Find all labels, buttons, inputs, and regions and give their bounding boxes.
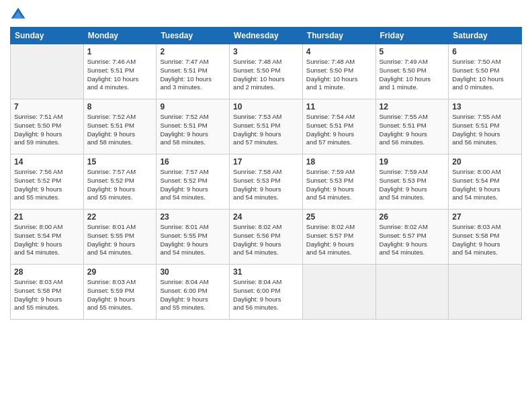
day-info: Sunrise: 8:02 AM Sunset: 5:56 PM Dayligh… (233, 223, 299, 257)
day-number: 11 (306, 102, 372, 111)
day-info: Sunrise: 7:56 AM Sunset: 5:52 PM Dayligh… (14, 168, 80, 202)
day-number: 21 (14, 212, 80, 222)
day-number: 23 (160, 212, 226, 222)
day-info: Sunrise: 8:01 AM Sunset: 5:55 PM Dayligh… (87, 223, 153, 257)
day-cell: 1Sunrise: 7:46 AM Sunset: 5:51 PM Daylig… (83, 44, 157, 99)
day-cell: 25Sunrise: 8:02 AM Sunset: 5:57 PM Dayli… (302, 210, 375, 265)
day-info: Sunrise: 8:03 AM Sunset: 5:58 PM Dayligh… (452, 223, 518, 257)
day-number: 8 (87, 102, 153, 111)
day-cell: 19Sunrise: 7:59 AM Sunset: 5:53 PM Dayli… (375, 154, 449, 210)
day-cell: 23Sunrise: 8:01 AM Sunset: 5:55 PM Dayli… (157, 210, 230, 265)
week-row-2: 14Sunrise: 7:56 AM Sunset: 5:52 PM Dayli… (11, 154, 522, 210)
header-friday: Friday (375, 28, 449, 44)
day-cell: 9Sunrise: 7:52 AM Sunset: 5:51 PM Daylig… (157, 99, 230, 154)
day-info: Sunrise: 7:58 AM Sunset: 5:53 PM Dayligh… (233, 168, 299, 202)
day-cell: 29Sunrise: 8:03 AM Sunset: 5:59 PM Dayli… (83, 265, 157, 320)
day-number: 18 (306, 157, 372, 167)
day-info: Sunrise: 7:48 AM Sunset: 5:50 PM Dayligh… (306, 58, 372, 92)
day-cell: 26Sunrise: 8:02 AM Sunset: 5:57 PM Dayli… (375, 210, 449, 265)
day-cell: 12Sunrise: 7:55 AM Sunset: 5:51 PM Dayli… (375, 99, 449, 154)
day-number: 30 (160, 267, 226, 277)
day-number: 20 (452, 157, 518, 167)
day-info: Sunrise: 7:55 AM Sunset: 5:51 PM Dayligh… (452, 113, 518, 147)
day-number: 7 (14, 102, 80, 111)
calendar-body: 1Sunrise: 7:46 AM Sunset: 5:51 PM Daylig… (11, 44, 522, 320)
day-number: 25 (306, 212, 372, 222)
day-number: 5 (380, 47, 445, 56)
day-info: Sunrise: 8:00 AM Sunset: 5:54 PM Dayligh… (452, 168, 518, 202)
day-cell (11, 44, 84, 99)
day-cell: 28Sunrise: 8:03 AM Sunset: 5:58 PM Dayli… (11, 265, 84, 320)
day-cell: 27Sunrise: 8:03 AM Sunset: 5:58 PM Dayli… (449, 210, 522, 265)
logo (10, 7, 29, 23)
day-info: Sunrise: 7:54 AM Sunset: 5:51 PM Dayligh… (306, 113, 372, 147)
day-info: Sunrise: 7:51 AM Sunset: 5:50 PM Dayligh… (14, 113, 80, 147)
day-info: Sunrise: 8:04 AM Sunset: 6:00 PM Dayligh… (233, 278, 299, 312)
day-info: Sunrise: 7:55 AM Sunset: 5:51 PM Dayligh… (380, 113, 445, 147)
day-number: 17 (233, 157, 299, 167)
day-cell: 13Sunrise: 7:55 AM Sunset: 5:51 PM Dayli… (449, 99, 522, 154)
day-number: 31 (233, 267, 299, 277)
day-number: 12 (380, 102, 445, 111)
day-cell: 17Sunrise: 7:58 AM Sunset: 5:53 PM Dayli… (230, 154, 303, 210)
day-info: Sunrise: 7:46 AM Sunset: 5:51 PM Dayligh… (87, 58, 153, 92)
day-cell: 7Sunrise: 7:51 AM Sunset: 5:50 PM Daylig… (11, 99, 84, 154)
day-info: Sunrise: 7:48 AM Sunset: 5:50 PM Dayligh… (233, 58, 299, 92)
day-cell: 11Sunrise: 7:54 AM Sunset: 5:51 PM Dayli… (302, 99, 375, 154)
calendar-table: SundayMondayTuesdayWednesdayThursdayFrid… (10, 27, 522, 320)
day-info: Sunrise: 8:02 AM Sunset: 5:57 PM Dayligh… (380, 223, 445, 257)
calendar-header: SundayMondayTuesdayWednesdayThursdayFrid… (11, 28, 522, 44)
header-tuesday: Tuesday (157, 28, 230, 44)
day-number: 10 (233, 102, 299, 111)
day-number: 1 (87, 47, 153, 56)
day-cell: 3Sunrise: 7:48 AM Sunset: 5:50 PM Daylig… (230, 44, 303, 99)
day-cell: 4Sunrise: 7:48 AM Sunset: 5:50 PM Daylig… (302, 44, 375, 99)
day-number: 9 (160, 102, 226, 111)
day-cell: 24Sunrise: 8:02 AM Sunset: 5:56 PM Dayli… (230, 210, 303, 265)
day-info: Sunrise: 7:49 AM Sunset: 5:50 PM Dayligh… (380, 58, 445, 92)
day-number: 29 (87, 267, 153, 277)
day-cell: 16Sunrise: 7:57 AM Sunset: 5:52 PM Dayli… (157, 154, 230, 210)
day-cell: 6Sunrise: 7:50 AM Sunset: 5:50 PM Daylig… (449, 44, 522, 99)
day-number: 26 (380, 212, 445, 222)
header-row: SundayMondayTuesdayWednesdayThursdayFrid… (11, 28, 522, 44)
day-number: 3 (233, 47, 299, 56)
day-cell: 18Sunrise: 7:59 AM Sunset: 5:53 PM Dayli… (302, 154, 375, 210)
day-cell: 31Sunrise: 8:04 AM Sunset: 6:00 PM Dayli… (230, 265, 303, 320)
day-number: 4 (306, 47, 372, 56)
day-cell: 8Sunrise: 7:52 AM Sunset: 5:51 PM Daylig… (83, 99, 157, 154)
day-number: 2 (160, 47, 226, 56)
day-info: Sunrise: 7:57 AM Sunset: 5:52 PM Dayligh… (87, 168, 153, 202)
day-cell (302, 265, 375, 320)
day-number: 14 (14, 157, 80, 167)
day-info: Sunrise: 7:52 AM Sunset: 5:51 PM Dayligh… (160, 113, 226, 147)
week-row-1: 7Sunrise: 7:51 AM Sunset: 5:50 PM Daylig… (11, 99, 522, 154)
day-cell: 2Sunrise: 7:47 AM Sunset: 5:51 PM Daylig… (157, 44, 230, 99)
page: SundayMondayTuesdayWednesdayThursdayFrid… (0, 0, 532, 411)
day-number: 27 (452, 212, 518, 222)
header (10, 7, 522, 23)
day-cell (449, 265, 522, 320)
day-info: Sunrise: 8:04 AM Sunset: 6:00 PM Dayligh… (160, 278, 226, 312)
header-saturday: Saturday (449, 28, 522, 44)
day-number: 16 (160, 157, 226, 167)
day-info: Sunrise: 7:59 AM Sunset: 5:53 PM Dayligh… (306, 168, 372, 202)
day-info: Sunrise: 8:01 AM Sunset: 5:55 PM Dayligh… (160, 223, 226, 257)
day-cell: 14Sunrise: 7:56 AM Sunset: 5:52 PM Dayli… (11, 154, 84, 210)
day-number: 6 (452, 47, 518, 56)
day-number: 19 (380, 157, 445, 167)
day-number: 13 (452, 102, 518, 111)
day-info: Sunrise: 8:00 AM Sunset: 5:54 PM Dayligh… (14, 223, 80, 257)
day-info: Sunrise: 8:03 AM Sunset: 5:59 PM Dayligh… (87, 278, 153, 312)
day-info: Sunrise: 7:50 AM Sunset: 5:50 PM Dayligh… (452, 58, 518, 92)
day-info: Sunrise: 7:47 AM Sunset: 5:51 PM Dayligh… (160, 58, 226, 92)
day-number: 28 (14, 267, 80, 277)
day-cell: 15Sunrise: 7:57 AM Sunset: 5:52 PM Dayli… (83, 154, 157, 210)
logo-icon (10, 7, 26, 23)
day-cell: 21Sunrise: 8:00 AM Sunset: 5:54 PM Dayli… (11, 210, 84, 265)
day-info: Sunrise: 7:59 AM Sunset: 5:53 PM Dayligh… (380, 168, 445, 202)
day-info: Sunrise: 8:02 AM Sunset: 5:57 PM Dayligh… (306, 223, 372, 257)
day-cell: 10Sunrise: 7:53 AM Sunset: 5:51 PM Dayli… (230, 99, 303, 154)
day-info: Sunrise: 7:57 AM Sunset: 5:52 PM Dayligh… (160, 168, 226, 202)
day-info: Sunrise: 7:52 AM Sunset: 5:51 PM Dayligh… (87, 113, 153, 147)
